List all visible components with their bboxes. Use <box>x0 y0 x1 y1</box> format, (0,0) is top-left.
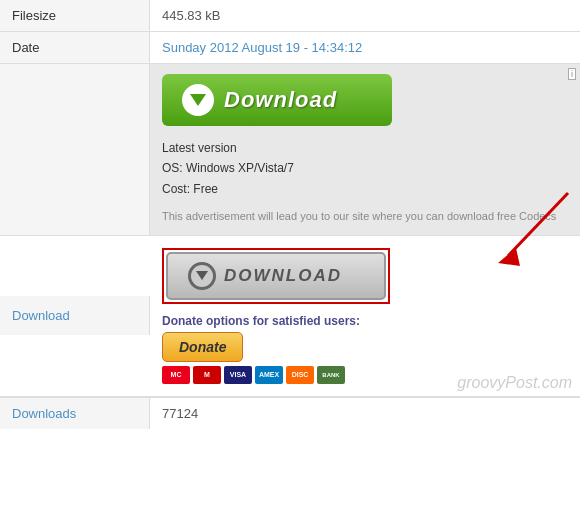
download-value-cell: DOWNLOAD Donate options for satisfied us… <box>150 236 580 396</box>
donate-options-label: Donate options for satisfied users: <box>162 314 568 328</box>
ad-marker: i <box>568 68 576 80</box>
groovypost-watermark: groovyPost.com <box>457 374 572 392</box>
bank-icon: BANK <box>317 366 345 384</box>
ad-label-cell <box>0 64 150 235</box>
visa-icon: VISA <box>224 366 252 384</box>
ad-download-label: Download <box>224 87 337 113</box>
date-label: Date <box>0 32 150 63</box>
filesize-row: Filesize 445.83 kB <box>0 0 580 32</box>
filesize-value: 445.83 kB <box>150 0 580 31</box>
date-value: Sunday 2012 August 19 - 14:34:12 <box>150 32 580 63</box>
filesize-label: Filesize <box>0 0 150 31</box>
amex-icon: AMEX <box>255 366 283 384</box>
ad-download-button[interactable]: Download <box>162 74 392 126</box>
download-button-label: DOWNLOAD <box>224 266 342 286</box>
ad-download-arrow-icon <box>182 84 214 116</box>
ad-info-line1: Latest version <box>162 138 568 158</box>
mastercard2-icon: M <box>193 366 221 384</box>
downloads-row: Downloads 77124 <box>0 397 580 429</box>
downloads-label: Downloads <box>0 398 150 429</box>
discover-icon: DISC <box>286 366 314 384</box>
ad-info-line2: OS: Windows XP/Vista/7 <box>162 158 568 178</box>
donate-button[interactable]: Donate <box>162 332 243 362</box>
main-download-button[interactable]: DOWNLOAD <box>166 252 386 300</box>
svg-marker-1 <box>498 248 520 266</box>
download-button-wrapper: DOWNLOAD <box>162 248 390 304</box>
download-arrow-icon <box>188 262 216 290</box>
download-label: Download <box>0 296 150 335</box>
download-row: Download DOWNLOAD Donate options for sat… <box>0 236 580 397</box>
mastercard-icon: MC <box>162 366 190 384</box>
svg-line-0 <box>508 193 568 256</box>
date-row: Date Sunday 2012 August 19 - 14:34:12 <box>0 32 580 64</box>
downloads-value: 77124 <box>150 398 580 429</box>
red-arrow-icon <box>478 188 578 268</box>
